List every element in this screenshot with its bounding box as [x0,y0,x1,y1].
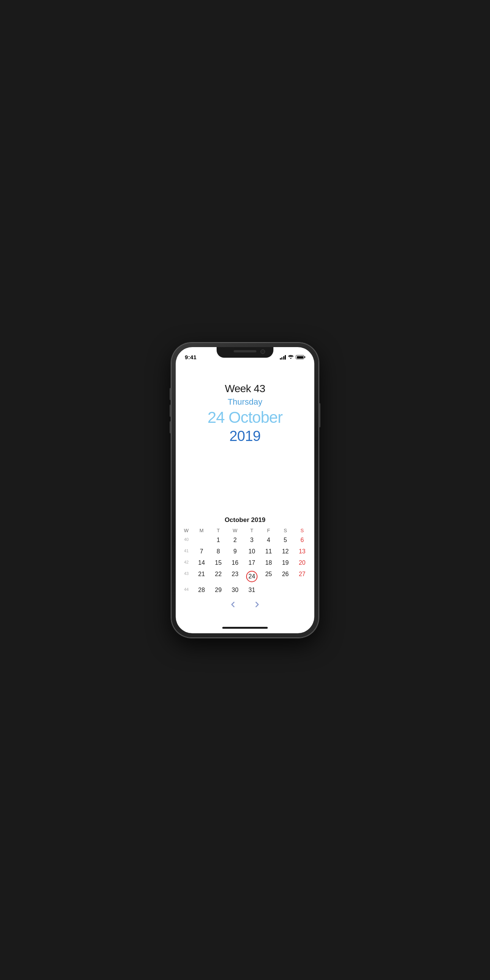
signal-icon [280,355,286,360]
week-label: Week 43 [225,383,266,395]
table-row: 40 1 2 3 4 5 6 [180,535,310,546]
week-number-44: 44 [180,585,193,595]
date-display: Week 43 Thursday 24 October 2019 [207,383,283,444]
day-cell [260,585,277,595]
battery-icon [296,355,305,359]
day-cell[interactable]: 18 [260,558,277,568]
day-cell[interactable]: 20 [294,558,310,568]
home-bar [222,627,268,629]
sun-header: S [294,527,310,534]
day-cell[interactable]: 10 [243,546,260,557]
calendar-title: October 2019 [180,516,310,524]
date-label: 24 October [207,409,283,426]
day-cell[interactable]: 14 [193,558,210,568]
status-icons [280,354,305,360]
calendar-grid: W M T W T F S S 40 1 2 [180,527,310,595]
mon-header: M [193,527,210,534]
calendar-header-row: W M T W T F S S [180,527,310,534]
day-cell[interactable]: 12 [277,546,293,557]
day-cell [277,585,293,595]
nav-buttons [180,598,310,611]
today-circle: 24 [246,571,258,582]
day-cell[interactable]: 25 [260,569,277,584]
day-cell[interactable]: 5 [277,535,293,546]
table-row: 43 21 22 23 24 25 26 27 [180,569,310,584]
week-number-43: 43 [180,569,193,584]
notch [216,347,274,358]
table-row: 44 28 29 30 31 [180,585,310,595]
day-cell[interactable]: 22 [210,569,226,584]
prev-month-button[interactable] [227,598,239,611]
table-row: 42 14 15 16 17 18 19 20 [180,558,310,568]
day-label: Thursday [228,397,262,407]
day-cell[interactable] [193,535,210,546]
day-cell[interactable]: 27 [294,569,310,584]
next-month-button[interactable] [251,598,263,611]
front-camera [261,349,265,354]
day-cell[interactable]: 19 [277,558,293,568]
today-cell[interactable]: 24 [243,569,260,584]
table-row: 41 7 8 9 10 11 12 13 [180,546,310,557]
day-cell[interactable]: 23 [227,569,243,584]
phone-frame: 9:41 [171,342,319,638]
day-cell[interactable]: 11 [260,546,277,557]
day-cell[interactable]: 26 [277,569,293,584]
speaker [234,350,256,352]
day-cell[interactable]: 31 [243,585,260,595]
day-cell[interactable]: 2 [227,535,243,546]
week-number-42: 42 [180,558,193,568]
wifi-icon [288,354,294,360]
day-cell[interactable]: 16 [227,558,243,568]
day-cell[interactable]: 6 [294,535,310,546]
fri-header: F [260,527,277,534]
day-cell[interactable]: 4 [260,535,277,546]
day-cell [294,585,310,595]
year-label: 2019 [229,428,261,444]
day-cell[interactable]: 15 [210,558,226,568]
week-number-41: 41 [180,546,193,557]
day-cell[interactable]: 29 [210,585,226,595]
day-cell[interactable]: 9 [227,546,243,557]
status-time: 9:41 [185,354,197,360]
day-cell[interactable]: 17 [243,558,260,568]
tue-header: T [210,527,226,534]
day-cell[interactable]: 1 [210,535,226,546]
wed-header: W [227,527,243,534]
thu-header: T [243,527,260,534]
day-cell[interactable]: 13 [294,546,310,557]
week-number-40: 40 [180,535,193,546]
day-cell[interactable]: 8 [210,546,226,557]
main-content: Week 43 Thursday 24 October 2019 October… [176,364,314,623]
calendar-section: October 2019 W M T W T F S S [176,516,314,615]
phone-screen: 9:41 [176,347,314,633]
sat-header: S [277,527,293,534]
day-cell[interactable]: 21 [193,569,210,584]
week-col-header: W [180,527,193,534]
day-cell[interactable]: 3 [243,535,260,546]
day-cell[interactable]: 30 [227,585,243,595]
home-indicator [176,623,314,633]
day-cell[interactable]: 28 [193,585,210,595]
day-cell[interactable]: 7 [193,546,210,557]
